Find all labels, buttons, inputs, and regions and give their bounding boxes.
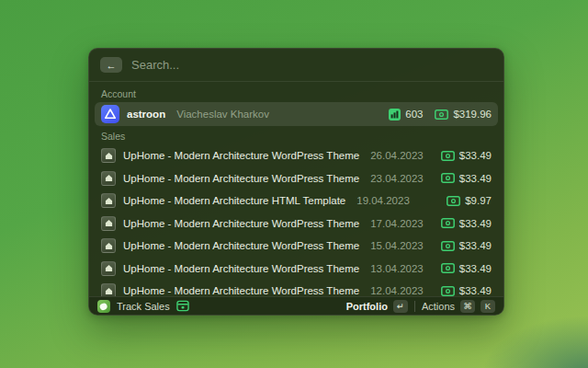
account-row[interactable]: astroon Viacheslav Kharkov 603: [95, 102, 498, 126]
sales-count-badge: 603: [389, 109, 423, 121]
section-label-sales: Sales: [89, 126, 503, 144]
sale-amount-value: $33.49: [459, 218, 492, 229]
banknote-icon: [441, 173, 455, 183]
actions-menu-label: Actions: [422, 301, 455, 312]
sale-amount-badge: $33.49: [441, 285, 492, 296]
track-sales-extension-icon: [97, 300, 110, 313]
sales-count-value: 603: [405, 109, 423, 120]
sale-row[interactable]: UpHome - Modern Architecture WordPress T…: [95, 213, 498, 235]
sale-amount-badge: $33.49: [441, 218, 492, 229]
sale-date: 26.04.2023: [370, 150, 424, 161]
earnings-badge: $319.96: [435, 109, 492, 120]
sale-amount-value: $33.49: [459, 150, 492, 161]
search-input[interactable]: [131, 58, 492, 72]
product-thumbnail-icon: [101, 171, 116, 186]
back-arrow-icon: ←: [107, 58, 117, 73]
extension-name: Track Sales: [117, 301, 170, 312]
sale-amount-value: $33.49: [459, 240, 492, 251]
sale-amount-value: $33.49: [459, 285, 492, 296]
sale-row[interactable]: UpHome - Modern Architecture HTML Templa…: [95, 190, 498, 212]
sale-row[interactable]: UpHome - Modern Architecture WordPress T…: [95, 258, 498, 280]
sale-date: 19.04.2023: [356, 195, 410, 206]
footer-bar: Track Sales Portfolio ↵ Actions ⌘ K: [89, 296, 503, 315]
sale-amount-value: $9.97: [465, 195, 492, 206]
product-thumbnail-icon: [101, 283, 116, 296]
desktop-wallpaper: ← Account astroon Viacheslav Kharkov: [0, 0, 588, 368]
actions-menu-button[interactable]: Actions ⌘ K: [422, 300, 495, 313]
sale-title: UpHome - Modern Architecture HTML Templa…: [123, 195, 345, 206]
astroon-logo-icon: [101, 105, 119, 123]
banknote-icon: [441, 286, 455, 296]
sale-date: 17.04.2023: [370, 218, 424, 229]
banknote-icon: [441, 218, 455, 228]
sale-title: UpHome - Modern Architecture WordPress T…: [123, 285, 359, 296]
sale-amount-badge: $33.49: [441, 263, 492, 274]
sale-amount-badge: $33.49: [441, 240, 492, 251]
sale-date: 15.04.2023: [370, 240, 424, 251]
money-stack-icon: [176, 300, 189, 312]
account-username: astroon: [127, 109, 165, 120]
sale-amount-value: $33.49: [459, 263, 492, 274]
sale-date: 13.04.2023: [370, 263, 424, 274]
account-fullname: Viacheslav Kharkov: [176, 109, 269, 120]
sale-title: UpHome - Modern Architecture WordPress T…: [123, 173, 359, 184]
sale-row[interactable]: UpHome - Modern Architecture WordPress T…: [95, 167, 498, 190]
sale-row[interactable]: UpHome - Modern Architecture WordPress T…: [95, 144, 498, 167]
sale-amount-badge: $33.49: [441, 173, 492, 184]
bar-chart-icon: [389, 109, 401, 121]
product-thumbnail-icon: [101, 193, 116, 208]
sale-date: 12.04.2023: [370, 285, 424, 296]
portfolio-action-label: Portfolio: [346, 301, 388, 312]
command-keycap-icon: ⌘: [460, 300, 475, 313]
sale-title: UpHome - Modern Architecture WordPress T…: [123, 263, 359, 274]
sale-title: UpHome - Modern Architecture WordPress T…: [123, 150, 359, 161]
sale-row[interactable]: UpHome - Modern Architecture WordPress T…: [95, 280, 498, 296]
section-label-account: Account: [89, 84, 503, 102]
enter-keycap-icon: ↵: [393, 300, 408, 313]
sale-amount-badge: $9.97: [447, 195, 492, 206]
sale-row[interactable]: UpHome - Modern Architecture WordPress T…: [95, 235, 498, 257]
footer-divider: [414, 301, 415, 312]
sales-list: UpHome - Modern Architecture WordPress T…: [89, 144, 503, 296]
launcher-window: ← Account astroon Viacheslav Kharkov: [88, 48, 504, 316]
sale-amount-badge: $33.49: [441, 150, 492, 161]
portfolio-action-button[interactable]: Portfolio ↵: [346, 300, 408, 313]
search-bar: ←: [89, 49, 503, 82]
results-list: Account astroon Viacheslav Kharkov: [89, 82, 503, 296]
product-thumbnail-icon: [101, 148, 116, 163]
earnings-value: $319.96: [453, 109, 492, 120]
banknote-icon: [447, 196, 460, 206]
sale-date: 23.04.2023: [370, 173, 424, 184]
banknote-icon: [435, 109, 448, 120]
product-thumbnail-icon: [101, 261, 116, 276]
banknote-icon: [441, 241, 455, 251]
sale-title: UpHome - Modern Architecture WordPress T…: [123, 240, 359, 251]
sale-title: UpHome - Modern Architecture WordPress T…: [123, 218, 359, 229]
k-keycap-icon: K: [481, 300, 495, 313]
banknote-icon: [441, 263, 455, 273]
sale-amount-value: $33.49: [459, 173, 492, 184]
product-thumbnail-icon: [101, 238, 116, 253]
banknote-icon: [441, 151, 455, 161]
product-thumbnail-icon: [101, 216, 116, 231]
back-button[interactable]: ←: [100, 57, 122, 73]
